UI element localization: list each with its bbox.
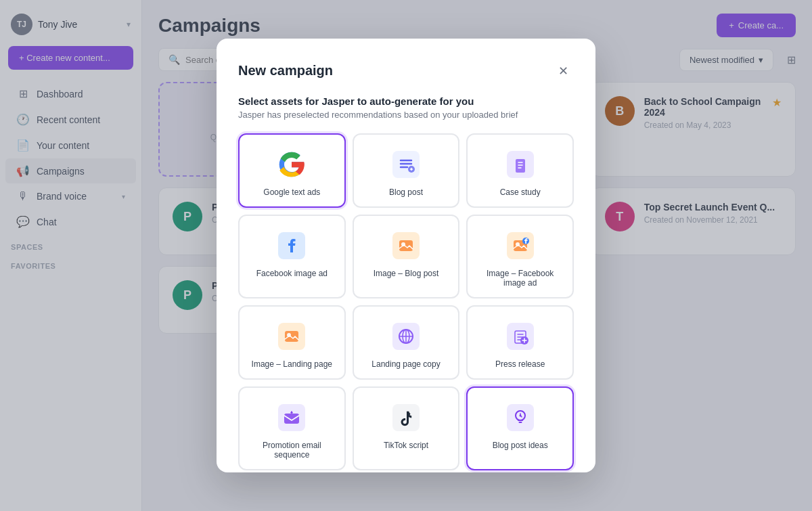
asset-label: Blog post ideas <box>493 441 548 450</box>
svg-rect-20 <box>284 414 299 424</box>
asset-card-google-text-ads[interactable]: Google text ads <box>238 133 346 208</box>
asset-label: Case study <box>500 187 541 197</box>
svg-rect-17 <box>507 323 534 350</box>
blog-ideas-icon <box>504 401 537 434</box>
asset-card-case-study[interactable]: Case study <box>466 133 574 208</box>
asset-card-image-landing-page[interactable]: Image – Landing page <box>238 305 346 380</box>
asset-card-landing-page-copy[interactable]: Landing page copy <box>353 305 460 380</box>
asset-card-facebook-image-ad[interactable]: Facebook image ad <box>238 215 346 298</box>
asset-label: TikTok script <box>384 441 428 450</box>
image-landing-icon <box>275 320 308 353</box>
google-icon <box>275 148 308 181</box>
close-button[interactable]: ✕ <box>552 60 574 82</box>
svg-rect-21 <box>392 404 420 431</box>
modal-subtitle: Select assets for Jasper to auto-generat… <box>238 95 574 107</box>
blog-post-icon <box>390 148 422 181</box>
asset-card-image-facebook-image-ad[interactable]: Image – Facebook image ad <box>466 215 574 298</box>
facebook-icon <box>275 229 308 262</box>
modal-title: New campaign <box>238 63 333 79</box>
image-blog-icon <box>390 229 422 262</box>
asset-label: Facebook image ad <box>256 269 328 278</box>
assets-grid: Google text ads Blog post <box>238 133 574 470</box>
asset-card-blog-post-ideas[interactable]: Blog post ideas <box>466 386 574 470</box>
new-campaign-modal: New campaign ✕ Select assets for Jasper … <box>217 39 595 473</box>
asset-card-blog-post[interactable]: Blog post <box>353 133 460 208</box>
svg-rect-22 <box>507 404 534 431</box>
asset-label: Image – Landing page <box>252 359 332 369</box>
asset-label: Google text ads <box>263 187 320 197</box>
landing-page-icon <box>390 320 422 353</box>
asset-label: Press release <box>495 359 545 369</box>
svg-point-24 <box>519 414 521 416</box>
svg-rect-5 <box>399 240 413 251</box>
modal-header: New campaign ✕ <box>238 60 574 82</box>
modal-overlay[interactable]: New campaign ✕ Select assets for Jasper … <box>0 0 812 511</box>
asset-label: Landing page copy <box>371 359 440 369</box>
asset-label: Image – Blog post <box>374 269 439 278</box>
asset-card-promotion-email-sequence[interactable]: Promotion email sequence <box>238 386 346 470</box>
asset-card-tiktok-script[interactable]: TikTok script <box>353 386 460 470</box>
svg-rect-12 <box>285 331 298 342</box>
asset-label: Blog post <box>389 187 423 197</box>
asset-card-press-release[interactable]: Press release <box>466 305 574 380</box>
asset-label: Promotion email sequence <box>248 441 336 460</box>
image-facebook-icon <box>504 229 537 262</box>
press-release-icon <box>504 320 537 353</box>
modal-description: Jasper has preselected recommendations b… <box>238 110 574 120</box>
asset-card-image-blog-post[interactable]: Image – Blog post <box>353 215 460 298</box>
promo-email-icon <box>275 401 308 434</box>
asset-label: Image – Facebook image ad <box>476 269 564 288</box>
case-study-icon <box>504 148 537 181</box>
tiktok-icon <box>390 401 422 434</box>
